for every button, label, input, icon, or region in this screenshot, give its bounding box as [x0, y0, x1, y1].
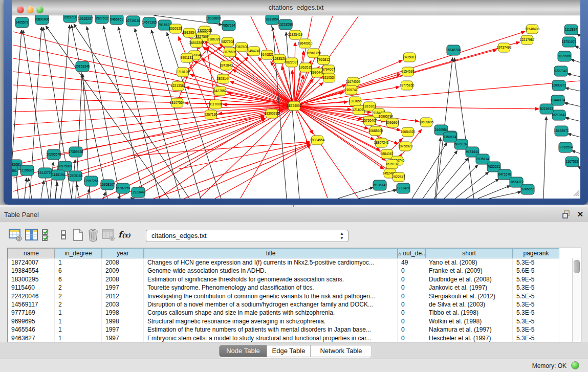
- network-node[interactable]: 10719155: [126, 16, 141, 26]
- network-node[interactable]: 1962615: [299, 63, 312, 72]
- network-node[interactable]: 12505185: [68, 171, 83, 181]
- network-node[interactable]: 18724007: [287, 101, 302, 111]
- network-node[interactable]: 18300295: [265, 109, 279, 118]
- column-header-in_degree[interactable]: in_degree: [55, 248, 102, 258]
- network-node[interactable]: 16543382: [189, 38, 204, 48]
- network-node[interactable]: 2875685: [223, 48, 236, 57]
- delete-icon[interactable]: [86, 228, 100, 242]
- column-header-out_de[interactable]: ▵ out_de...: [398, 248, 425, 258]
- network-node[interactable]: 11548408: [525, 25, 540, 34]
- network-node[interactable]: 12444134: [551, 95, 565, 105]
- network-node[interactable]: 7955812: [317, 55, 330, 64]
- function-builder-icon[interactable]: f(x): [117, 228, 131, 242]
- network-node[interactable]: 8186328: [207, 35, 221, 44]
- network-node[interactable]: 1167533: [565, 157, 579, 167]
- network-node[interactable]: 17016504: [558, 142, 573, 152]
- network-node[interactable]: 14671365: [142, 17, 157, 28]
- float-panel-icon[interactable]: [562, 210, 571, 218]
- table-row[interactable]: 1938455462009Genome-wide association stu…: [8, 267, 581, 275]
- network-node[interactable]: 20153346: [75, 61, 90, 72]
- network-node[interactable]: 9227343: [554, 66, 568, 76]
- network-node[interactable]: 17359928: [69, 147, 83, 157]
- network-node[interactable]: 1145194: [52, 170, 65, 180]
- network-node[interactable]: 9154693: [401, 67, 415, 76]
- table-row[interactable]: 946362711997Embryonic stem cells: a mode…: [8, 334, 581, 342]
- table-selector-dropdown[interactable]: citations_edges.txt ▲▼: [146, 230, 349, 242]
- network-window-titlebar[interactable]: citations_edges.txt: [12, 0, 580, 15]
- table-row[interactable]: 1872400712008Changes of HCN gene express…: [8, 258, 581, 267]
- column-select-icon[interactable]: [25, 228, 39, 242]
- network-node[interactable]: 2718126: [176, 68, 189, 77]
- network-node[interactable]: 9427552: [213, 86, 227, 96]
- network-node[interactable]: 9358674: [443, 132, 456, 142]
- network-node[interactable]: 19384554: [310, 136, 325, 145]
- column-header-title[interactable]: title: [144, 248, 398, 258]
- network-node[interactable]: 7857224: [222, 20, 235, 31]
- network-node[interactable]: 2069714: [63, 15, 77, 23]
- column-header-short[interactable]: short: [425, 248, 513, 258]
- network-node[interactable]: 16958107: [100, 180, 115, 190]
- table-row[interactable]: 946554611997Estimation of the future num…: [8, 325, 581, 334]
- network-node[interactable]: 8660128: [169, 24, 182, 33]
- network-node[interactable]: 18775165: [400, 81, 415, 90]
- tab-network-table[interactable]: Network Table: [311, 345, 372, 357]
- network-node[interactable]: 16654923: [401, 127, 416, 137]
- network-node[interactable]: 2106744: [344, 85, 358, 95]
- table-settings-icon[interactable]: [8, 228, 23, 242]
- network-node[interactable]: 12923448: [131, 187, 146, 198]
- memory-status-dot[interactable]: [571, 361, 579, 369]
- table-row[interactable]: 1456911722003Disruption of a novel membe…: [8, 300, 581, 309]
- network-node[interactable]: 9129966: [558, 51, 571, 61]
- new-file-icon[interactable]: [71, 228, 85, 242]
- network-node[interactable]: 8471676: [498, 169, 511, 180]
- column-header-year[interactable]: year: [102, 248, 144, 258]
- network-node[interactable]: 1588520: [273, 54, 286, 63]
- network-node[interactable]: 17957255: [84, 176, 99, 186]
- network-node[interactable]: 1733426: [397, 183, 410, 193]
- tab-node-table[interactable]: Node Table: [220, 345, 267, 357]
- network-node[interactable]: 18807243: [374, 138, 389, 147]
- network-node[interactable]: 1405572: [15, 17, 29, 28]
- close-panel-icon[interactable]: ✕: [577, 210, 583, 219]
- network-node[interactable]: 6466161: [110, 15, 123, 25]
- vertical-scrollbar[interactable]: [572, 258, 580, 342]
- network-node[interactable]: 11674059: [346, 77, 361, 86]
- network-node[interactable]: 8096964: [386, 118, 399, 127]
- network-node[interactable]: 2522547: [392, 172, 405, 182]
- rows-icon[interactable]: [56, 228, 71, 242]
- network-node[interactable]: 3242843: [220, 61, 233, 70]
- network-node[interactable]: 9245652: [521, 184, 534, 194]
- table-row[interactable]: 969969511998Structural magnetic resonanc…: [8, 317, 581, 325]
- network-node[interactable]: 8822037: [285, 58, 298, 67]
- canvas-resize-grip-icon[interactable]: [574, 190, 579, 196]
- network-node[interactable]: 2367608: [235, 42, 248, 52]
- network-node[interactable]: 20891406: [35, 15, 50, 25]
- column-header-pagerank[interactable]: pagerank: [513, 248, 559, 258]
- network-node[interactable]: 12213383: [171, 81, 186, 91]
- network-node[interactable]: 1112834: [564, 25, 578, 35]
- network-node[interactable]: 20206576: [47, 149, 61, 160]
- network-canvas[interactable]: 1872400714055722089140620697141065325715…: [12, 15, 580, 199]
- network-node[interactable]: 16648784: [446, 45, 461, 55]
- network-node[interactable]: 2803144: [216, 74, 230, 83]
- network-node[interactable]: 9146821: [260, 50, 274, 59]
- network-node[interactable]: 2935114: [476, 154, 489, 164]
- network-node[interactable]: 8813054: [266, 15, 279, 25]
- network-node[interactable]: 16210643: [552, 110, 567, 120]
- network-node[interactable]: 8454749: [247, 47, 260, 56]
- tab-edge-table[interactable]: Edge Table: [267, 345, 311, 357]
- table-row[interactable]: 977716911998Corpus callosum shape and si…: [8, 309, 581, 317]
- network-node[interactable]: 12093872: [552, 80, 567, 91]
- network-node[interactable]: 8215953: [540, 104, 553, 114]
- scrollbar-thumb[interactable]: [574, 260, 580, 273]
- network-node[interactable]: 18640910: [298, 39, 313, 48]
- network-node[interactable]: 331991: [12, 166, 18, 176]
- network-node[interactable]: 9827508: [221, 37, 234, 47]
- network-node[interactable]: 11156829: [20, 165, 34, 176]
- network-node[interactable]: 16782759: [116, 183, 130, 193]
- network-node[interactable]: 13218586: [278, 19, 293, 30]
- network-node[interactable]: 19142757: [38, 168, 53, 178]
- network-node[interactable]: 19737493: [497, 43, 512, 52]
- table-row[interactable]: 911546021997Tourette syndrome. Phenomeno…: [8, 283, 581, 292]
- checklist-icon[interactable]: [41, 228, 55, 242]
